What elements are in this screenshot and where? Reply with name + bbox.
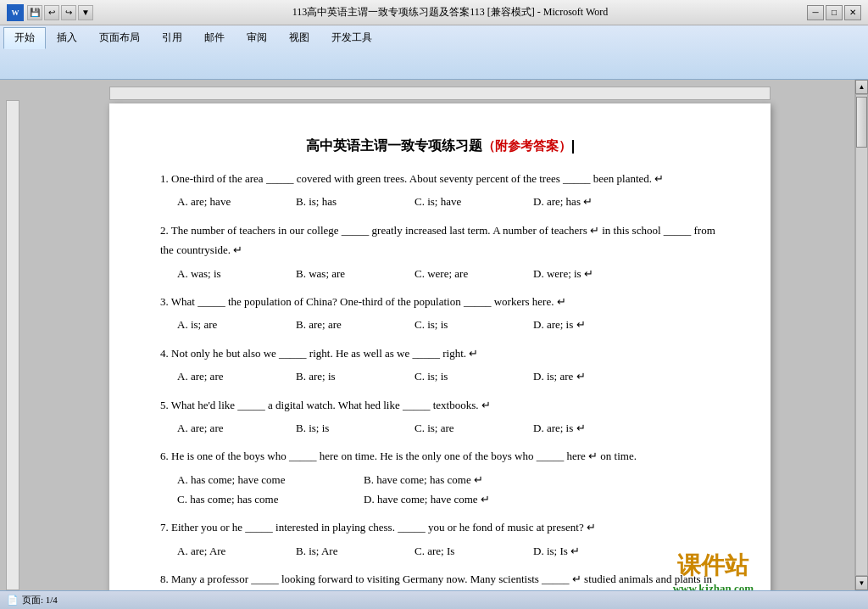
question-8: 8. Many a professor _____ looking forwar… [160,569,720,590]
doc-title-subtitle: （附参考答案） [482,138,571,153]
q4-opt-b: B. are; is [296,366,415,386]
q1-options: A. are; have B. is; has C. is; have D. a… [160,192,720,211]
q7-opt-c: C. are; Is [415,541,533,561]
q7-opt-d: D. is; Is ↵ [533,541,652,561]
ribbon: 开始 插入 页面布局 引用 邮件 审阅 视图 开发工具 [0,25,868,80]
word-logo: W [7,4,24,21]
tab-developer[interactable]: 开发工具 [320,27,383,48]
title-bar: W 💾 ↩ ↪ ▼ 113高中英语主谓一致专项练习题及答案113 [兼容模式] … [0,0,868,25]
doc-title: 高中英语主谓一致专项练习题（附参考答案） [160,137,720,155]
ribbon-content [0,48,868,79]
q5-opt-b: B. is; is [296,418,415,438]
document: 高中英语主谓一致专项练习题（附参考答案） 1. One-third of the… [109,103,771,590]
scroll-up-btn[interactable]: ▲ [855,80,868,94]
q5-opt-d: D. are; is ↵ [533,418,652,438]
q3-opt-d: D. are; is ↵ [533,315,652,334]
q1-text: 1. One-third of the area _____ covered w… [160,169,720,188]
main-area: 高中英语主谓一致专项练习题（附参考答案） 1. One-third of the… [0,80,868,590]
q4-options: A. are; are B. are; is C. is; is D. is; … [160,366,720,386]
q6-opt-a: A. has come; have come [177,470,364,489]
q2-opt-d: D. were; is ↵ [533,264,652,283]
tab-layout[interactable]: 页面布局 [88,27,151,48]
q3-text: 3. What _____ the population of China? O… [160,292,720,311]
q2-options: A. was; is B. was; are C. were; are D. w… [160,264,720,283]
q1-opt-c: C. is; have [415,192,533,211]
scroll-track[interactable] [855,94,868,576]
tab-reference[interactable]: 引用 [151,27,193,48]
q1-opt-d: D. are; has ↵ [533,192,652,211]
q4-opt-a: A. are; are [177,366,296,386]
scroll-down-btn[interactable]: ▼ [855,576,868,590]
vertical-ruler [6,100,19,590]
q6-text: 6. He is one of the boys who _____ here … [160,446,720,466]
q6-options: A. has come; have come B. have come; has… [160,470,720,510]
restore-btn[interactable]: □ [826,5,843,20]
tab-view[interactable]: 视图 [278,27,320,48]
q8-text: 8. Many a professor _____ looking forwar… [160,569,720,590]
q1-opt-a: A. are; have [177,192,296,211]
q7-text: 7. Either you or he _____ interested in … [160,517,720,537]
question-6: 6. He is one of the boys who _____ here … [160,446,720,509]
ribbon-tabs: 开始 插入 页面布局 引用 邮件 审阅 视图 开发工具 [0,25,868,48]
watermark-text1: 课件站 [673,550,754,582]
q2-opt-b: B. was; are [296,264,415,283]
q7-opt-a: A. are; Are [177,541,296,561]
q2-opt-c: C. were; are [415,264,533,283]
page-icon: 📄 [7,595,19,606]
question-2: 2. The number of teachers in our college… [160,221,720,283]
q2-opt-a: A. was; is [177,264,296,283]
right-scrollbar: ▲ ▼ [854,80,868,590]
save-btn[interactable]: 💾 [27,5,42,20]
watermark: 课件站 www.kjzhan.com [673,550,754,590]
horizontal-ruler [109,87,771,100]
page-indicator: 📄 页面: 1/4 [7,594,58,606]
title-bar-left: W 💾 ↩ ↪ ▼ [7,4,93,21]
window-controls: ─ □ ✕ [807,5,861,20]
close-btn[interactable]: ✕ [844,5,861,20]
tab-start[interactable]: 开始 [3,27,46,49]
tab-review[interactable]: 审阅 [236,27,278,48]
question-1: 1. One-third of the area _____ covered w… [160,169,720,212]
q3-options: A. is; are B. are; are C. is; is D. are;… [160,315,720,334]
cursor [572,140,574,154]
question-3: 3. What _____ the population of China? O… [160,292,720,335]
q3-opt-a: A. is; are [177,315,296,334]
q6-opt-d: D. have come; have come ↵ [364,489,550,509]
question-4: 4. Not only he but also we _____ right. … [160,344,720,387]
minimize-btn[interactable]: ─ [807,5,824,20]
scroll-thumb[interactable] [856,97,867,148]
doc-title-main: 高中英语主谓一致专项练习题 [306,138,482,153]
q1-opt-b: B. is; has [296,192,415,211]
left-panel [0,80,25,590]
q5-text: 5. What he'd like _____ a digital watch.… [160,395,720,415]
doc-area[interactable]: 高中英语主谓一致专项练习题（附参考答案） 1. One-third of the… [25,80,854,590]
redo-btn[interactable]: ↪ [61,5,76,20]
q4-text: 4. Not only he but also we _____ right. … [160,344,720,363]
q6-options-line2: C. has come; has come D. have come; have… [177,489,720,509]
q6-opt-b: B. have come; has come ↵ [364,470,550,489]
q6-opt-c: C. has come; has come [177,489,364,509]
tab-insert[interactable]: 插入 [46,27,88,48]
watermark-text2: www.kjzhan.com [673,582,754,590]
status-bar: 📄 页面: 1/4 [0,590,868,609]
q7-opt-b: B. is; Are [296,541,415,561]
quick-access-toolbar: 💾 ↩ ↪ ▼ [27,5,93,20]
question-7: 7. Either you or he _____ interested in … [160,517,720,561]
q3-opt-b: B. are; are [296,315,415,334]
page-info: 页面: 1/4 [22,594,58,606]
q6-options-line1: A. has come; have come B. have come; has… [177,470,720,489]
window-title: 113高中英语主谓一致专项练习题及答案113 [兼容模式] - Microsof… [93,5,807,20]
question-5: 5. What he'd like _____ a digital watch.… [160,395,720,439]
q5-options: A. are; are B. is; is C. is; are D. are;… [160,418,720,438]
undo-btn[interactable]: ↩ [44,5,59,20]
q4-opt-d: D. is; are ↵ [533,366,652,386]
q3-opt-c: C. is; is [415,315,533,334]
q2-text: 2. The number of teachers in our college… [160,221,720,260]
q7-options: A. are; Are B. is; Are C. are; Is D. is;… [160,541,720,561]
q5-opt-c: C. is; are [415,418,533,438]
tab-mail[interactable]: 邮件 [193,27,236,48]
dropdown-btn[interactable]: ▼ [78,5,93,20]
q5-opt-a: A. are; are [177,418,296,438]
q4-opt-c: C. is; is [415,366,533,386]
